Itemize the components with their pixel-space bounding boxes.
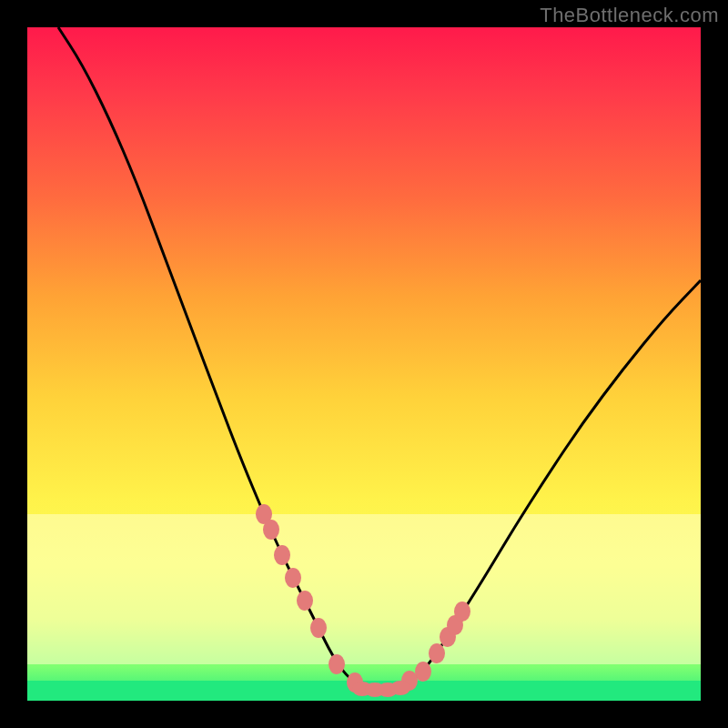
chart-stage: TheBottleneck.com (0, 0, 728, 728)
curve-marker (454, 602, 470, 622)
watermark-text: TheBottleneck.com (540, 4, 719, 27)
curve-marker (285, 568, 301, 588)
curve-marker (429, 643, 445, 663)
curve-marker (297, 591, 313, 611)
marker-group-bottom (352, 681, 410, 697)
curve-svg (27, 27, 701, 701)
curve-marker (310, 618, 327, 638)
curve-marker (274, 545, 290, 565)
curve-marker (415, 662, 431, 682)
curve-marker (329, 654, 345, 674)
plot-area (27, 27, 701, 701)
curve-marker (390, 681, 410, 695)
curve-marker (263, 520, 279, 540)
marker-group-right (401, 602, 470, 691)
marker-group-left (256, 504, 363, 693)
bottleneck-curve-path (58, 27, 701, 689)
